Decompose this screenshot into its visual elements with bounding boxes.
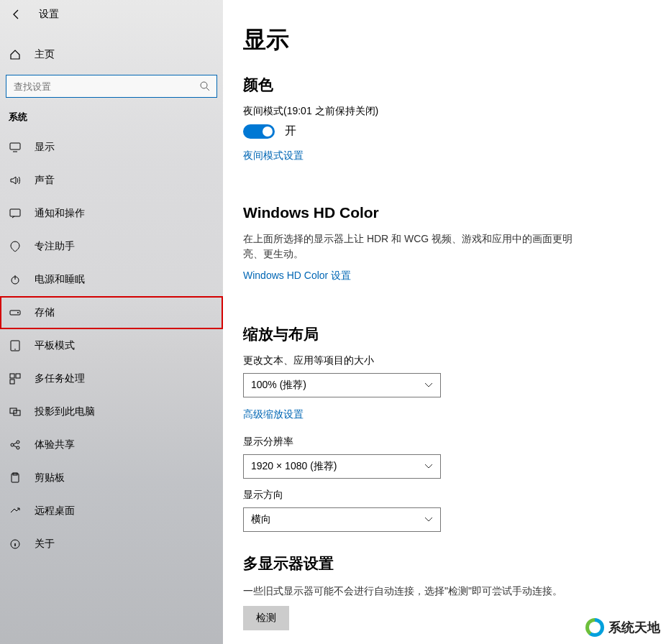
sidebar-item-label: 专注助手 [35,240,75,253]
clipboard-icon [9,472,22,484]
section-title: 系统 [0,98,223,131]
toggle-state-label: 开 [285,124,296,139]
sidebar-item-label: 电源和睡眠 [35,273,85,286]
sidebar-item-9[interactable]: 体验共享 [0,428,223,461]
hd-settings-link[interactable]: Windows HD Color 设置 [243,270,351,282]
night-mode-toggle[interactable] [243,124,275,139]
power-icon [9,273,22,286]
page-title: 显示 [243,24,666,56]
sidebar-item-label: 显示 [35,141,55,154]
hd-heading: Windows HD Color [243,204,666,221]
night-mode-label: 夜间模式(19:01 之前保持关闭) [243,105,666,118]
sidebar: 设置 主页 系统 显示声音通知和操作专注助手电源和睡眠存储平板模式多任务处理投影… [0,0,223,644]
multitask-icon [9,372,22,385]
sidebar-item-1[interactable]: 声音 [0,164,223,197]
sidebar-item-4[interactable]: 电源和睡眠 [0,263,223,296]
sidebar-item-label: 存储 [35,306,55,319]
app-title: 设置 [39,8,59,21]
watermark-text: 系统天地 [608,619,660,636]
sidebar-item-label: 关于 [35,538,55,551]
sidebar-item-12[interactable]: 关于 [0,528,223,561]
window-header: 设置 [0,0,223,29]
text-size-select[interactable]: 100% (推荐) [243,373,441,397]
remote-icon [9,505,22,518]
text-size-value: 100% (推荐) [251,379,306,392]
sidebar-item-label: 体验共享 [35,438,75,451]
search-input[interactable] [6,75,217,98]
sidebar-item-label: 平板模式 [35,339,75,352]
home-button[interactable]: 主页 [0,39,223,70]
section-hdcolor: Windows HD Color 在上面所选择的显示器上让 HDR 和 WCG … [243,204,666,303]
section-scale: 缩放与布局 更改文本、应用等项目的大小 100% (推荐) 高级缩放设置 显示分… [243,324,666,532]
storage-icon [9,306,22,319]
night-mode-settings-link[interactable]: 夜间模式设置 [243,150,304,162]
svg-rect-10 [10,380,14,384]
resolution-select[interactable]: 1920 × 1080 (推荐) [243,454,441,479]
orientation-value: 横向 [251,513,271,526]
svg-point-0 [201,82,207,88]
sidebar-item-2[interactable]: 通知和操作 [0,197,223,230]
watermark: 系统天地 [585,618,660,637]
sidebar-item-0[interactable]: 显示 [0,131,223,164]
sidebar-item-8[interactable]: 投影到此电脑 [0,395,223,428]
sidebar-item-label: 远程桌面 [35,505,75,518]
svg-point-7 [14,349,16,350]
search-icon [199,80,211,93]
advanced-scale-link[interactable]: 高级缩放设置 [243,408,304,421]
watermark-icon [585,618,604,637]
sidebar-item-5[interactable]: 存储 [0,296,223,329]
sidebar-item-label: 投影到此电脑 [35,405,95,418]
svg-rect-2 [10,209,20,216]
hd-desc: 在上面所选择的显示器上让 HDR 和 WCG 视频、游戏和应用中的画面更明亮、更… [243,231,574,262]
sidebar-item-label: 声音 [35,174,55,187]
focus-icon [9,240,22,253]
sidebar-item-label: 剪贴板 [35,472,65,484]
sidebar-item-3[interactable]: 专注助手 [0,230,223,263]
svg-rect-1 [10,143,20,150]
multi-heading: 多显示器设置 [243,553,666,574]
display-icon [9,141,22,154]
search-wrap [6,75,217,98]
orientation-label: 显示方向 [243,489,666,502]
sidebar-item-10[interactable]: 剪贴板 [0,461,223,494]
svg-point-13 [11,443,14,446]
notification-icon [9,207,22,220]
multi-desc: 一些旧式显示器可能不会进行自动连接，选择"检测"即可尝试手动连接。 [243,584,646,599]
color-heading: 颜色 [243,75,666,95]
svg-point-15 [17,446,19,449]
project-icon [9,405,22,418]
back-icon[interactable] [10,8,23,21]
svg-rect-9 [16,374,20,378]
home-label: 主页 [35,48,55,61]
sidebar-list: 显示声音通知和操作专注助手电源和睡眠存储平板模式多任务处理投影到此电脑体验共享剪… [0,131,223,561]
sidebar-item-label: 多任务处理 [35,372,85,385]
chevron-down-icon [424,462,433,471]
detect-button[interactable]: 检测 [243,606,289,630]
sidebar-item-6[interactable]: 平板模式 [0,329,223,362]
sidebar-item-11[interactable]: 远程桌面 [0,494,223,528]
tablet-icon [9,339,22,352]
scale-heading: 缩放与布局 [243,324,666,344]
chevron-down-icon [424,381,433,390]
orientation-select[interactable]: 横向 [243,507,441,532]
main-content: 显示 颜色 夜间模式(19:01 之前保持关闭) 开 夜间模式设置 Window… [223,0,666,644]
svg-point-5 [17,312,19,313]
size-label: 更改文本、应用等项目的大小 [243,354,666,367]
svg-point-14 [17,441,19,443]
sound-icon [9,174,22,187]
home-icon [9,48,22,61]
resolution-value: 1920 × 1080 (推荐) [251,460,337,473]
sidebar-item-label: 通知和操作 [35,207,85,220]
resolution-label: 显示分辨率 [243,436,666,448]
svg-rect-8 [10,374,14,378]
chevron-down-icon [424,515,433,524]
sidebar-item-7[interactable]: 多任务处理 [0,362,223,395]
share-icon [9,438,22,451]
about-icon [9,538,22,551]
section-color: 颜色 夜间模式(19:01 之前保持关闭) 开 夜间模式设置 [243,75,666,183]
